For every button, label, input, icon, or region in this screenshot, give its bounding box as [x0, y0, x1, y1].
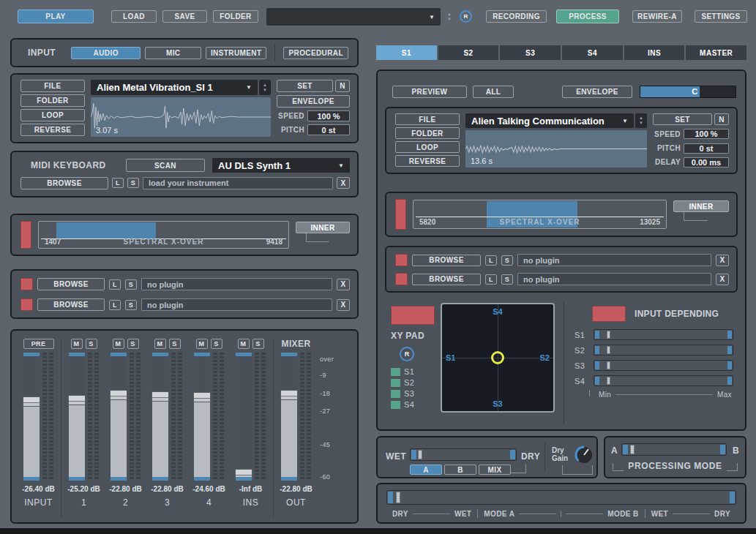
speed-value[interactable]: 100 %	[307, 110, 350, 121]
mode-a-button[interactable]: A	[410, 465, 442, 475]
set-button[interactable]: SET	[653, 113, 712, 125]
loop-button[interactable]: LOOP	[395, 141, 460, 153]
waveform-display[interactable]: 13.6 s	[465, 130, 647, 168]
instrument-slot[interactable]: load your instrument	[143, 177, 333, 189]
plugin2-clear-button[interactable]: X	[716, 274, 729, 285]
delay-value[interactable]: 0.00 ms	[684, 157, 729, 168]
plugin1-browse-button[interactable]: BROWSE	[412, 255, 481, 266]
plugin1-clear-button[interactable]: X	[337, 279, 350, 290]
pitch-value[interactable]: 0 st	[307, 124, 350, 135]
s4-led[interactable]	[391, 401, 400, 409]
plugin2-browse-button[interactable]: BROWSE	[37, 298, 105, 311]
tab-ins[interactable]: INS	[624, 45, 685, 60]
folder-button[interactable]: FOLDER	[20, 94, 85, 107]
solo-button[interactable]: S	[169, 339, 181, 349]
inner-button[interactable]: INNER	[673, 200, 729, 212]
morph-slider[interactable]	[386, 490, 736, 505]
set-button[interactable]: SET	[277, 80, 333, 92]
play-button[interactable]: PLAY	[18, 10, 94, 23]
channel-fader[interactable]	[152, 353, 168, 481]
instrument-l-button[interactable]: L	[112, 178, 124, 188]
sample-stepper[interactable]: ▲ ▼	[259, 80, 271, 95]
tab-s2[interactable]: S2	[438, 45, 499, 60]
settings-button[interactable]: SETTINGS	[695, 10, 747, 23]
preset-dropdown[interactable]: ▼	[266, 8, 441, 26]
xy-active-led[interactable]	[391, 306, 435, 325]
sample-stepper[interactable]: ▲ ▼	[635, 113, 647, 128]
wet-dry-slider[interactable]	[410, 448, 517, 461]
mix-button[interactable]: MIX	[479, 465, 511, 475]
s3-led[interactable]	[391, 390, 400, 398]
envelope-button[interactable]: ENVELOPE	[277, 95, 350, 108]
rewire-button[interactable]: REWIRE-A	[632, 10, 682, 23]
tab-s4[interactable]: S4	[562, 45, 623, 60]
depending-slider-s4[interactable]	[594, 375, 733, 386]
dry-gain-knob[interactable]	[572, 443, 596, 467]
pitch-value[interactable]: 0 st	[684, 143, 729, 154]
input-fader[interactable]	[23, 353, 40, 481]
channel-fader[interactable]	[111, 353, 127, 481]
depending-slider-s1[interactable]	[594, 329, 733, 340]
preview-button[interactable]: PREVIEW	[392, 86, 467, 98]
reverse-button[interactable]: REVERSE	[395, 155, 460, 167]
mute-button[interactable]: M	[238, 339, 250, 349]
plugin1-s-button[interactable]: S	[501, 255, 513, 266]
folder-button[interactable]: FOLDER	[213, 10, 258, 23]
tab-s3[interactable]: S3	[500, 45, 561, 60]
plugin1-slot[interactable]: no plugin	[517, 254, 711, 266]
s1-led[interactable]	[391, 368, 400, 376]
instrument-s-button[interactable]: S	[127, 178, 139, 188]
process-button[interactable]: PROCESS	[556, 10, 619, 23]
all-button[interactable]: ALL	[473, 86, 514, 98]
tab-s1[interactable]: S1	[376, 45, 437, 60]
reset-preset-button[interactable]: R	[460, 10, 472, 23]
channel-fader[interactable]	[69, 353, 85, 481]
plugin2-l-button[interactable]: L	[485, 274, 497, 285]
sample-dropdown[interactable]: Alien Metal Vibration_SI 1 ▼	[91, 80, 258, 95]
solo-button[interactable]: S	[127, 339, 139, 349]
solo-button[interactable]: S	[211, 339, 222, 349]
scan-button[interactable]: SCAN	[126, 159, 205, 172]
mute-button[interactable]: M	[154, 339, 166, 349]
plugin2-active-led[interactable]	[395, 273, 408, 285]
plugin1-browse-button[interactable]: BROWSE	[37, 278, 105, 290]
xy-pad[interactable]: S4 S3 S1 S2	[441, 303, 555, 413]
preset-stepper[interactable]: ▲ ▼	[444, 8, 455, 26]
input-tab-mic[interactable]: MIC	[145, 47, 201, 59]
plugin1-l-button[interactable]: L	[485, 255, 497, 266]
mute-button[interactable]: M	[196, 339, 208, 349]
file-button[interactable]: FILE	[20, 80, 85, 92]
plugin2-browse-button[interactable]: BROWSE	[412, 274, 481, 285]
depending-slider-s3[interactable]	[594, 360, 733, 371]
folder-button[interactable]: FOLDER	[395, 127, 460, 139]
xy-cursor[interactable]	[491, 351, 504, 364]
loop-button[interactable]: LOOP	[20, 109, 85, 121]
plugin2-slot[interactable]: no plugin	[141, 298, 332, 311]
plugin2-slot[interactable]: no plugin	[517, 273, 711, 285]
inner-button[interactable]: INNER	[296, 222, 350, 233]
solo-button[interactable]: S	[86, 339, 97, 349]
solo-button[interactable]: S	[252, 339, 264, 349]
input-tab-instrument[interactable]: INSTRUMENT	[206, 47, 267, 59]
recording-button[interactable]: RECORDING	[486, 10, 547, 23]
input-tab-audio[interactable]: AUDIO	[71, 47, 141, 59]
plugin2-clear-button[interactable]: X	[337, 299, 350, 311]
xover-band[interactable]	[56, 222, 156, 238]
input-tab-procedural[interactable]: PROCEDURAL	[283, 47, 348, 59]
s2-led[interactable]	[391, 379, 400, 387]
plugin1-clear-button[interactable]: X	[716, 255, 729, 266]
normalize-button[interactable]: N	[335, 80, 350, 92]
xy-reset-button[interactable]: R	[400, 347, 414, 361]
xover-range-slider[interactable]: 5820 SPECTRAL X-OVER 13025	[413, 200, 667, 229]
synth-dropdown[interactable]: AU DLS Synth 1 ▼	[212, 158, 350, 173]
xover-active-led[interactable]	[395, 199, 406, 230]
load-button[interactable]: LOAD	[111, 10, 157, 23]
xover-active-led[interactable]	[20, 221, 31, 249]
plugin2-s-button[interactable]: S	[125, 300, 137, 310]
plugin1-l-button[interactable]: L	[109, 279, 121, 290]
output-fader[interactable]	[281, 353, 297, 481]
plugin1-active-led[interactable]	[20, 278, 33, 290]
clear-instrument-button[interactable]: X	[337, 177, 350, 189]
center-pan-slider[interactable]: C	[640, 86, 736, 98]
processing-mode-slider[interactable]	[621, 443, 727, 456]
